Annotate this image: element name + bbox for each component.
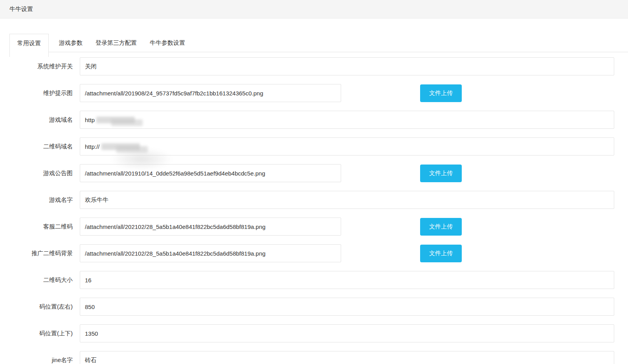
form-row-game-name: 游戏名字 欢乐牛牛 (0, 191, 628, 209)
currency-name-field[interactable]: 砖石 (80, 351, 614, 364)
field-label-qrcode-size: 二维码大小 (0, 276, 80, 284)
game-domain-visible-text: http (85, 117, 95, 123)
form-row-qrcode-size: 二维码大小 16 (0, 271, 628, 289)
field-label-maintenance-switch: 系统维护开关 (0, 63, 80, 70)
settings-tab-bar: 常用设置 游戏参数 登录第三方配置 牛牛参数设置 (9, 34, 628, 52)
redaction-blur (111, 119, 143, 126)
form-row-maintenance-switch: 系统维护开关 关闭 (0, 57, 628, 75)
promo-qrcode-bg-field[interactable]: /attachment/all/202102/28_5a5b1a40e841f8… (80, 244, 341, 262)
tab-third-party-login-config[interactable]: 登录第三方配置 (90, 34, 142, 52)
service-qrcode-field[interactable]: /attachment/all/202102/28_5a5b1a40e841f8… (80, 218, 341, 236)
form-row-maintenance-image: 维护提示图 /attachment/all/201908/24_95737fd5… (0, 84, 628, 102)
field-label-game-domain: 游戏域名 (0, 116, 80, 124)
game-name-field[interactable]: 欢乐牛牛 (80, 191, 614, 209)
form-row-announcement-image: 游戏公告图 /attachment/all/201910/14_0dde52f6… (0, 164, 628, 182)
tab-game-params[interactable]: 游戏参数 (54, 34, 88, 52)
maintenance-switch-field[interactable]: 关闭 (80, 57, 614, 75)
common-settings-form: 系统维护开关 关闭 维护提示图 /attachment/all/201908/2… (0, 57, 628, 364)
form-row-code-pos-x: 码位置(左右) 850 (0, 298, 628, 316)
field-label-code-pos-y: 码位置(上下) (0, 330, 80, 337)
upload-button-promo-qrcode-bg[interactable]: 文件上传 (420, 245, 462, 262)
game-domain-field[interactable]: http (80, 111, 614, 129)
form-row-promo-qrcode-bg: 推广二维码背景 /attachment/all/202102/28_5a5b1a… (0, 244, 628, 262)
form-row-service-qrcode: 客服二维码 /attachment/all/202102/28_5a5b1a40… (0, 218, 628, 236)
page-title: 牛牛设置 (9, 5, 33, 13)
redaction-blur (116, 146, 148, 153)
page-header: 牛牛设置 (0, 0, 628, 18)
field-label-game-name: 游戏名字 (0, 196, 80, 204)
maintenance-image-field[interactable]: /attachment/all/201908/24_95737fd5c9af7f… (80, 84, 341, 102)
upload-button-maintenance-image[interactable]: 文件上传 (420, 84, 462, 102)
field-label-promo-qrcode-bg: 推广二维码背景 (0, 250, 80, 257)
field-label-code-pos-x: 码位置(左右) (0, 303, 80, 311)
form-row-qrcode-domain: 二维码域名 http:// (0, 137, 628, 155)
code-pos-y-field[interactable]: 1350 (80, 324, 614, 342)
field-label-service-qrcode: 客服二维码 (0, 223, 80, 230)
field-label-currency-name: jine名字 (0, 357, 80, 364)
tab-niuniu-param-settings[interactable]: 牛牛参数设置 (145, 34, 190, 52)
code-pos-x-field[interactable]: 850 (80, 298, 614, 316)
form-row-currency-name: jine名字 砖石 (0, 351, 628, 364)
qrcode-domain-field[interactable]: http:// (80, 137, 614, 155)
qrcode-size-field[interactable]: 16 (80, 271, 614, 289)
field-label-announcement-image: 游戏公告图 (0, 170, 80, 177)
announcement-image-field[interactable]: /attachment/all/201910/14_0dde52f6a98e5d… (80, 164, 341, 182)
upload-button-announcement-image[interactable]: 文件上传 (420, 165, 462, 182)
qrcode-domain-visible-text: http:// (85, 143, 100, 150)
form-row-game-domain: 游戏域名 http (0, 111, 628, 129)
form-row-code-pos-y: 码位置(上下) 1350 (0, 324, 628, 342)
field-label-maintenance-image: 维护提示图 (0, 90, 80, 97)
upload-button-service-qrcode[interactable]: 文件上传 (420, 218, 462, 236)
tab-common-settings[interactable]: 常用设置 (9, 34, 49, 57)
field-label-qrcode-domain: 二维码域名 (0, 143, 80, 150)
